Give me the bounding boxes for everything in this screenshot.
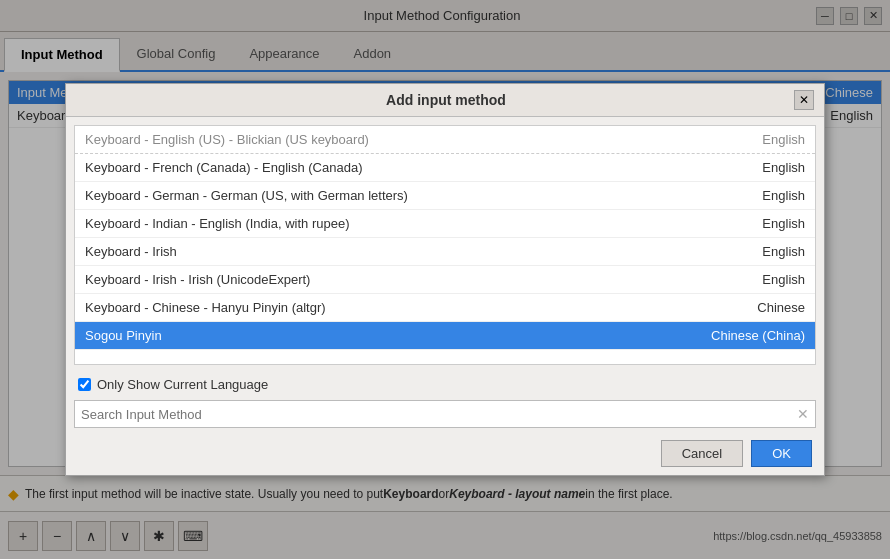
cancel-button[interactable]: Cancel — [661, 440, 743, 467]
item-lang: English — [695, 244, 805, 259]
item-name: Sogou Pinyin — [85, 328, 162, 343]
item-name: Keyboard - Irish — [85, 244, 177, 259]
modal-input-method-list[interactable]: Keyboard - English (US) - Blickian (US k… — [74, 125, 816, 365]
item-lang: English — [695, 132, 805, 147]
item-name: Keyboard - Irish - Irish (UnicodeExpert) — [85, 272, 310, 287]
add-input-method-modal: Add input method ✕ Keyboard - English (U… — [65, 83, 825, 476]
item-lang: English — [695, 216, 805, 231]
only-show-current-language-label: Only Show Current Language — [97, 377, 268, 392]
item-name: Keyboard - Chinese - Hanyu Pinyin (altgr… — [85, 300, 326, 315]
list-item-selected[interactable]: Sogou Pinyin Chinese (China) — [75, 322, 815, 350]
ok-button[interactable]: OK — [751, 440, 812, 467]
list-item[interactable]: Keyboard - French (Canada) - English (Ca… — [75, 154, 815, 182]
modal-close-button[interactable]: ✕ — [794, 90, 814, 110]
search-input[interactable] — [81, 407, 797, 422]
item-lang: English — [695, 188, 805, 203]
search-clear-icon[interactable]: ✕ — [797, 406, 809, 422]
item-name: Keyboard - Indian - English (India, with… — [85, 216, 349, 231]
list-item[interactable]: Keyboard - Irish English — [75, 238, 815, 266]
item-name: Keyboard - English (US) - Blickian (US k… — [85, 132, 369, 147]
only-show-current-language-checkbox[interactable] — [78, 378, 91, 391]
item-name: Keyboard - French (Canada) - English (Ca… — [85, 160, 362, 175]
only-show-current-language-row: Only Show Current Language — [66, 373, 824, 396]
modal-title-bar: Add input method ✕ — [66, 84, 824, 117]
list-item[interactable]: Keyboard - German - German (US, with Ger… — [75, 182, 815, 210]
list-item[interactable]: Keyboard - Indian - English (India, with… — [75, 210, 815, 238]
item-lang: Chinese (China) — [695, 328, 805, 343]
item-name: Keyboard - German - German (US, with Ger… — [85, 188, 408, 203]
item-lang: English — [695, 272, 805, 287]
modal-title: Add input method — [98, 92, 794, 108]
item-lang: English — [695, 160, 805, 175]
list-item[interactable]: Keyboard - Chinese - Hanyu Pinyin (altgr… — [75, 294, 815, 322]
modal-overlay: Add input method ✕ Keyboard - English (U… — [0, 0, 890, 559]
item-lang: Chinese — [695, 300, 805, 315]
list-item[interactable]: Keyboard - English (US) - Blickian (US k… — [75, 126, 815, 154]
search-input-wrap: ✕ — [74, 400, 816, 428]
modal-footer: Cancel OK — [66, 432, 824, 475]
list-item[interactable]: Keyboard - Irish - Irish (UnicodeExpert)… — [75, 266, 815, 294]
search-row: ✕ — [66, 396, 824, 432]
